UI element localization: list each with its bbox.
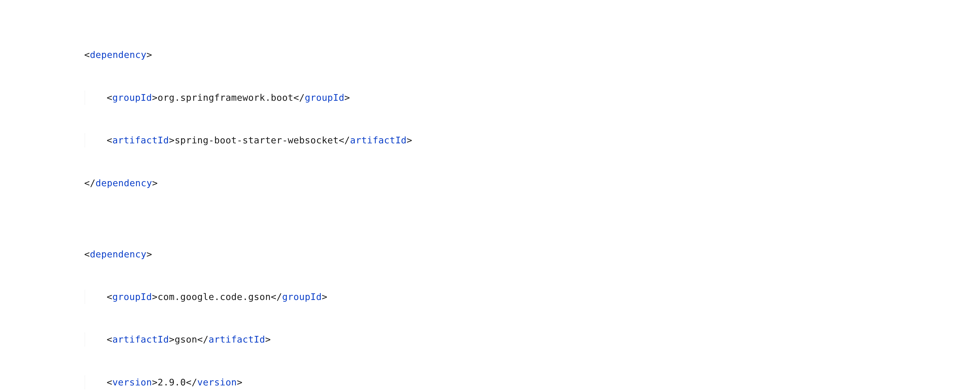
code-line: <dependency> [84, 48, 980, 62]
xml-tag: dependency [90, 249, 146, 259]
xml-bracket: < [107, 292, 112, 302]
xml-tag: artifactId [112, 334, 169, 345]
xml-bracket: </ [84, 178, 95, 188]
xml-bracket: > [152, 377, 158, 387]
xml-bracket: > [146, 49, 152, 60]
xml-tag: groupId [305, 92, 344, 103]
xml-bracket: </ [293, 92, 305, 103]
xml-text: spring-boot-starter-websocket [175, 135, 339, 145]
xml-bracket: > [407, 135, 412, 145]
xml-bracket: < [107, 334, 112, 345]
xml-bracket: > [169, 135, 175, 145]
xml-bracket: > [265, 334, 271, 345]
xml-bracket: < [84, 49, 90, 60]
xml-tag: artifactId [208, 334, 265, 345]
xml-tag: dependency [90, 49, 146, 60]
xml-text: gson [175, 334, 197, 345]
xml-bracket: > [344, 92, 350, 103]
code-line: <groupId>org.springframework.boot</group… [84, 90, 980, 105]
xml-bracket: </ [186, 377, 197, 387]
code-line: </dependency> [84, 176, 980, 190]
xml-tag: groupId [112, 292, 152, 302]
xml-tag: artifactId [112, 135, 169, 145]
xml-bracket: > [169, 334, 175, 345]
xml-bracket: < [84, 249, 90, 259]
xml-bracket: > [152, 178, 158, 188]
xml-tag: version [197, 377, 237, 387]
xml-bracket: < [107, 92, 112, 103]
xml-text: com.google.code.gson [158, 292, 271, 302]
code-line: <version>2.9.0</version> [84, 375, 980, 390]
code-line: <artifactId>spring-boot-starter-websocke… [84, 133, 980, 147]
xml-bracket: > [152, 92, 158, 103]
xml-tag: groupId [282, 292, 321, 302]
xml-tag: dependency [95, 178, 152, 188]
xml-bracket: > [237, 377, 242, 387]
xml-bracket: < [107, 377, 112, 387]
xml-bracket: > [152, 292, 158, 302]
xml-bracket: > [322, 292, 328, 302]
xml-bracket: < [107, 135, 112, 145]
code-line: <groupId>com.google.code.gson</groupId> [84, 290, 980, 304]
xml-code-block: <dependency> <groupId>org.springframewor… [84, 5, 980, 390]
code-line: <artifactId>gson</artifactId> [84, 332, 980, 347]
xml-bracket: > [146, 249, 152, 259]
xml-tag: groupId [112, 92, 152, 103]
xml-tag: artifactId [350, 135, 407, 145]
xml-bracket: </ [339, 135, 350, 145]
code-line: <dependency> [84, 247, 980, 262]
xml-text: org.springframework.boot [158, 92, 293, 103]
xml-text: 2.9.0 [158, 377, 186, 387]
xml-bracket: </ [271, 292, 282, 302]
xml-bracket: </ [197, 334, 208, 345]
xml-tag: version [112, 377, 152, 387]
